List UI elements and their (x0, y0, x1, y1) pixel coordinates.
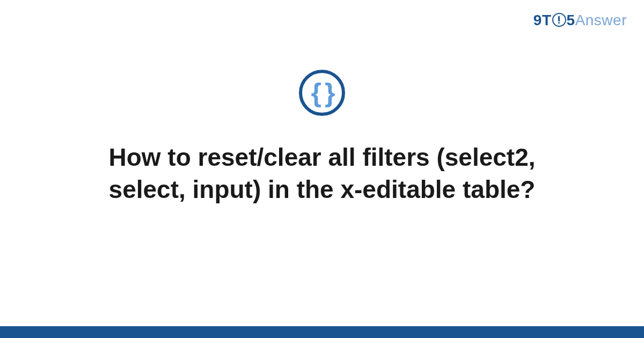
footer-bar (0, 326, 644, 338)
logo-clock-icon (552, 13, 566, 27)
brace-symbol: { } (311, 79, 333, 106)
code-braces-icon: { } (299, 70, 345, 116)
question-title: How to reset/clear all filters (select2,… (64, 142, 580, 206)
logo-text-5: 5 (567, 12, 575, 29)
logo-text-answer: Answer (575, 12, 627, 29)
main-content: { } How to reset/clear all filters (sele… (0, 70, 644, 206)
logo-text-9t: 9T (533, 12, 552, 29)
site-logo: 9T 5 Answer (533, 12, 627, 29)
